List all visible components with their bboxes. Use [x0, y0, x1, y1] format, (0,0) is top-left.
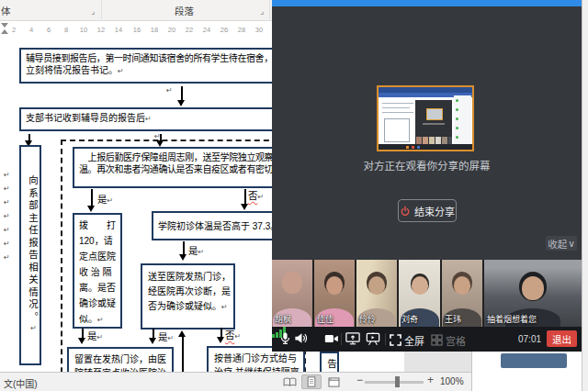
arrow-head [149, 338, 156, 344]
collapse-button[interactable]: 收起 ∨ [546, 236, 577, 251]
mini-taskbar-icon [412, 146, 414, 149]
zoom-in-button[interactable]: + [427, 374, 434, 386]
ruler-number: 26 [218, 26, 231, 34]
box-text-line: 经医院再次诊断，是 [148, 285, 228, 299]
flowchart-box-counselor: 辅导员接到报告后，第一时间通知该宿舍的所有学生待在宿舍，安 立刻将情况报告书记。… [19, 48, 295, 84]
participant-name: 胡枫 [275, 313, 291, 325]
box-text-line: 似。 [79, 314, 97, 324]
fullscreen-button[interactable] [390, 333, 401, 350]
mini-video-tile [416, 137, 422, 144]
video-tile[interactable]: 刘奇 [399, 260, 440, 327]
participant-name: 佳佳 [317, 313, 334, 325]
arrow-line [91, 189, 93, 207]
exit-button[interactable]: 退出 [547, 330, 577, 347]
background-window-edge [582, 0, 588, 391]
arrow-head [241, 204, 248, 210]
toolbar-divider [385, 333, 386, 345]
mini-taskbar-icon [417, 146, 420, 149]
box-text-line: 温。再次和患者沟通确认是否来自疫区或者有密切接 [79, 163, 288, 175]
web-layout-icon [328, 377, 340, 387]
ruler-indent-marker[interactable] [1, 29, 8, 34]
arrow-head [156, 140, 164, 147]
ruler-number: 8 [60, 26, 73, 34]
read-mode-button[interactable] [279, 374, 300, 389]
participant-name: 伶伶 [359, 313, 376, 325]
toolbar-divider [341, 333, 342, 345]
language-indicator[interactable]: 文(中国) [4, 376, 38, 390]
mini-video-tile [435, 137, 441, 144]
box-text-line: 支部书记收到辅导员的报告后 [26, 113, 145, 123]
video-tile[interactable]: 抽着烟想着您 [484, 260, 582, 327]
grid-view-icon [431, 334, 443, 346]
print-layout-button[interactable] [301, 374, 322, 389]
sharing-status-text: 对方正在观看你分享的屏幕 [272, 158, 582, 173]
box-text-line: 拨 打 [79, 218, 116, 233]
zoom-out-button[interactable]: − [356, 374, 363, 386]
paragraph-mark: ↵ [29, 324, 38, 335]
paragraph-dialog-launcher-icon[interactable]: ⌟ [260, 6, 264, 16]
speaker-button[interactable] [294, 331, 308, 349]
arrow-head [78, 338, 85, 344]
box-text-line: 按普通门诊方式给与 [214, 352, 298, 365]
mini-preview-thumb [426, 108, 443, 120]
mini-status-dot [456, 117, 458, 120]
paragraph-mark: ↵ [118, 67, 124, 75]
font-dialog-launcher-icon[interactable]: ⌟ [91, 6, 95, 16]
video-tile[interactable]: 胡枫 [272, 260, 312, 327]
meeting-timer: 07:01 [518, 334, 541, 344]
box-text-line: 学院初诊体温是否高于 37.3。 [158, 220, 288, 232]
video-tile[interactable]: 佳佳 [314, 260, 355, 327]
box-text-line: 辅导员接到报告后，第一时间通知该宿舍的所有学生待在宿舍，安 [26, 52, 288, 64]
shared-screen-preview [377, 85, 474, 151]
ruler-number: 24 [200, 26, 213, 34]
microphone-button[interactable] [278, 331, 292, 349]
label-yes: 是↵ [97, 192, 113, 206]
zoom-slider-thumb[interactable] [395, 376, 400, 387]
zoom-slider-track[interactable] [365, 381, 424, 384]
whiteboard-icon [366, 331, 380, 346]
video-tile[interactable]: 王玮 [442, 260, 482, 327]
share-screen-button[interactable] [345, 331, 360, 350]
meeting-titlebar[interactable] [272, 0, 582, 6]
ribbon-divider [269, 0, 270, 19]
ruler-number: 4 [25, 26, 38, 34]
flowchart-box-secretary: 支部书记收到辅导员的报告后↵ [19, 107, 295, 131]
share-screen-icon [345, 331, 360, 346]
web-layout-button[interactable] [323, 374, 344, 389]
grid-view-label[interactable]: 宫格 [446, 333, 466, 348]
box-text-line: 立刻将情况报告书记。 [26, 65, 118, 75]
participant-name: 刘奇 [401, 313, 418, 325]
mini-status-dot [456, 127, 458, 129]
video-tile[interactable]: 伶伶 [356, 260, 397, 327]
ruler-number: 28 [235, 26, 248, 34]
flowchart-box-call120: 拨 打 120，请 定点医院 收 治 隔 离。是否 确诊或疑 似。↵ [73, 213, 122, 329]
paragraph-mark: ↵ [4, 171, 10, 179]
grid-view-button[interactable] [431, 333, 443, 350]
mini-video-tile [442, 137, 447, 144]
camera-button[interactable] [324, 332, 339, 349]
zoom-level[interactable]: 100% [440, 376, 464, 386]
fullscreen-label[interactable]: 全屏 [404, 333, 424, 348]
mini-doc-flowchart [384, 118, 410, 142]
background-dialog-button[interactable] [501, 353, 567, 368]
meeting-window: 对方正在观看你分享的屏幕 结束分享 收起 ∨ 胡枫 佳佳 伶伶 刘奇 王玮 抽着… [272, 0, 582, 352]
microphone-icon [278, 331, 292, 345]
meeting-toolbar: 全屏 宫格 07:01 退出 [272, 327, 582, 352]
video-thumbnail-row: 胡枫 佳佳 伶伶 刘奇 王玮 抽着烟想着您 [272, 260, 582, 327]
ruler-number: 30 [253, 26, 266, 34]
whiteboard-button[interactable] [366, 331, 380, 350]
mini-taskbar-icon [406, 146, 409, 149]
ruler-number: 2 [7, 26, 20, 34]
mini-doc-line [382, 107, 410, 108]
box-text-line: 120，请 [79, 233, 116, 249]
mini-status-dot [456, 136, 458, 139]
label-yes: 是↵ [87, 329, 103, 342]
mini-taskbar [379, 144, 472, 150]
paragraph-mark: ↵ [221, 303, 228, 311]
ruler-number: 14 [112, 26, 125, 34]
ruler-indent-marker[interactable] [1, 23, 8, 28]
end-share-button[interactable]: 结束分享 [398, 199, 457, 222]
chevron-down-icon: ∨ [568, 238, 575, 249]
end-share-label: 结束分享 [414, 204, 455, 218]
box-text-line: 向系部主任报告相关情况。 [28, 175, 39, 324]
